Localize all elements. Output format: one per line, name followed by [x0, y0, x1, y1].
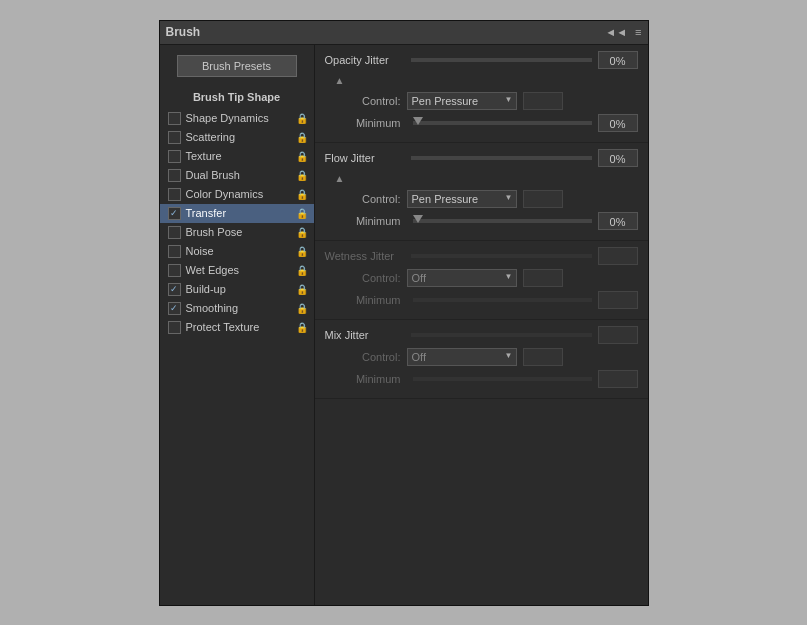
sidebar-item-color-dynamics[interactable]: Color Dynamics 🔒: [160, 185, 314, 204]
opacity-min-label: Minimum: [341, 117, 401, 129]
label-dual-brush: Dual Brush: [186, 169, 292, 181]
opacity-jitter-slider[interactable]: [411, 58, 592, 62]
checkbox-brush-pose[interactable]: [168, 226, 181, 239]
flow-min-slider[interactable]: [413, 219, 592, 223]
checkbox-texture[interactable]: [168, 150, 181, 163]
lock-build-up: 🔒: [296, 284, 308, 295]
sidebar-item-wet-edges[interactable]: Wet Edges 🔒: [160, 261, 314, 280]
sidebar-item-brush-pose[interactable]: Brush Pose 🔒: [160, 223, 314, 242]
wetness-control-display: [523, 269, 563, 287]
checkbox-dual-brush[interactable]: [168, 169, 181, 182]
label-brush-pose: Brush Pose: [186, 226, 292, 238]
mix-jitter-row: Mix Jitter: [325, 326, 638, 344]
sidebar-item-texture[interactable]: Texture 🔒: [160, 147, 314, 166]
lock-wet-edges: 🔒: [296, 265, 308, 276]
flow-control-row: Control: Pen Pressure Off Fade Pen Tilt …: [325, 190, 638, 208]
mix-min-slider: [413, 377, 592, 381]
mix-control-select-wrapper[interactable]: Off Fade Pen Pressure Pen Tilt: [407, 348, 517, 366]
panel-titlebar: Brush ◄◄ ≡: [160, 21, 648, 45]
label-transfer: Transfer: [186, 207, 292, 219]
opacity-collapse-arrow[interactable]: ▲: [325, 73, 638, 88]
sidebar-item-protect-texture[interactable]: Protect Texture 🔒: [160, 318, 314, 337]
opacity-jitter-value[interactable]: 0%: [598, 51, 638, 69]
flow-jitter-group: Flow Jitter 0% ▲ Control: Pen Pressure O…: [315, 143, 648, 241]
mix-minimum-row: Minimum: [325, 370, 638, 388]
opacity-min-value[interactable]: 0%: [598, 114, 638, 132]
lock-brush-pose: 🔒: [296, 227, 308, 238]
lock-dual-brush: 🔒: [296, 170, 308, 181]
label-color-dynamics: Color Dynamics: [186, 188, 292, 200]
mix-min-value: [598, 370, 638, 388]
flow-control-select[interactable]: Pen Pressure Off Fade Pen Tilt Stylus Wh…: [407, 190, 517, 208]
sidebar-item-build-up[interactable]: ✓ Build-up 🔒: [160, 280, 314, 299]
sidebar: Brush Presets Brush Tip Shape Shape Dyna…: [160, 45, 315, 605]
flow-min-value[interactable]: 0%: [598, 212, 638, 230]
label-build-up: Build-up: [186, 283, 292, 295]
flow-jitter-row: Flow Jitter 0%: [325, 149, 638, 167]
sidebar-item-scattering[interactable]: Scattering 🔒: [160, 128, 314, 147]
wetness-jitter-row: Wetness Jitter: [325, 247, 638, 265]
opacity-min-slider[interactable]: [413, 121, 592, 125]
label-shape-dynamics: Shape Dynamics: [186, 112, 292, 124]
wetness-minimum-row: Minimum: [325, 291, 638, 309]
label-wet-edges: Wet Edges: [186, 264, 292, 276]
flow-minimum-row: Minimum 0%: [325, 212, 638, 230]
panel-content: Brush Presets Brush Tip Shape Shape Dyna…: [160, 45, 648, 605]
opacity-control-display: [523, 92, 563, 110]
opacity-control-label: Control:: [341, 95, 401, 107]
sidebar-item-noise[interactable]: Noise 🔒: [160, 242, 314, 261]
flow-jitter-label: Flow Jitter: [325, 152, 405, 164]
sidebar-item-shape-dynamics[interactable]: Shape Dynamics 🔒: [160, 109, 314, 128]
label-protect-texture: Protect Texture: [186, 321, 292, 333]
mix-min-label: Minimum: [341, 373, 401, 385]
lock-smoothing: 🔒: [296, 303, 308, 314]
checkbox-transfer[interactable]: ✓: [168, 207, 181, 220]
mix-jitter-slider: [411, 333, 592, 337]
mix-control-row: Control: Off Fade Pen Pressure Pen Tilt: [325, 348, 638, 366]
lock-texture: 🔒: [296, 151, 308, 162]
wetness-control-label: Control:: [341, 272, 401, 284]
opacity-control-select[interactable]: Pen Pressure Off Fade Pen Tilt Stylus Wh…: [407, 92, 517, 110]
brush-presets-button[interactable]: Brush Presets: [177, 55, 297, 77]
sidebar-item-smoothing[interactable]: ✓ Smoothing 🔒: [160, 299, 314, 318]
opacity-control-row: Control: Pen Pressure Off Fade Pen Tilt …: [325, 92, 638, 110]
mix-control-label: Control:: [341, 351, 401, 363]
checkbox-wet-edges[interactable]: [168, 264, 181, 277]
wetness-control-select[interactable]: Off Fade Pen Pressure Pen Tilt: [407, 269, 517, 287]
opacity-control-select-wrapper[interactable]: Pen Pressure Off Fade Pen Tilt Stylus Wh…: [407, 92, 517, 110]
checkbox-build-up[interactable]: ✓: [168, 283, 181, 296]
mix-jitter-group: Mix Jitter Control: Off Fade Pen Pressur…: [315, 320, 648, 399]
checkbox-smoothing[interactable]: ✓: [168, 302, 181, 315]
label-smoothing: Smoothing: [186, 302, 292, 314]
wetness-jitter-slider: [411, 254, 592, 258]
mix-jitter-value: [598, 326, 638, 344]
mix-control-select[interactable]: Off Fade Pen Pressure Pen Tilt: [407, 348, 517, 366]
wetness-jitter-value: [598, 247, 638, 265]
flow-control-display: [523, 190, 563, 208]
menu-icon[interactable]: ≡: [635, 26, 641, 38]
wetness-jitter-group: Wetness Jitter Control: Off Fade Pen Pre…: [315, 241, 648, 320]
main-panel: Opacity Jitter 0% ▲ Control: Pen Pressur…: [315, 45, 648, 605]
brush-tip-shape-header: Brush Tip Shape: [160, 87, 314, 109]
checkbox-scattering[interactable]: [168, 131, 181, 144]
sidebar-item-transfer[interactable]: ✓ Transfer 🔒: [160, 204, 314, 223]
flow-jitter-slider[interactable]: [411, 156, 592, 160]
flow-control-select-wrapper[interactable]: Pen Pressure Off Fade Pen Tilt Stylus Wh…: [407, 190, 517, 208]
collapse-icon[interactable]: ◄◄: [605, 26, 627, 38]
wetness-control-select-wrapper[interactable]: Off Fade Pen Pressure Pen Tilt: [407, 269, 517, 287]
brush-panel: Brush ◄◄ ≡ Brush Presets Brush Tip Shape…: [159, 20, 649, 606]
lock-transfer: 🔒: [296, 208, 308, 219]
lock-scattering: 🔒: [296, 132, 308, 143]
checkbox-shape-dynamics[interactable]: [168, 112, 181, 125]
opacity-jitter-label: Opacity Jitter: [325, 54, 405, 66]
wetness-min-value: [598, 291, 638, 309]
checkbox-protect-texture[interactable]: [168, 321, 181, 334]
flow-collapse-arrow[interactable]: ▲: [325, 171, 638, 186]
flow-jitter-value[interactable]: 0%: [598, 149, 638, 167]
lock-color-dynamics: 🔒: [296, 189, 308, 200]
sidebar-item-dual-brush[interactable]: Dual Brush 🔒: [160, 166, 314, 185]
lock-protect-texture: 🔒: [296, 322, 308, 333]
opacity-jitter-group: Opacity Jitter 0% ▲ Control: Pen Pressur…: [315, 45, 648, 143]
checkbox-noise[interactable]: [168, 245, 181, 258]
checkbox-color-dynamics[interactable]: [168, 188, 181, 201]
